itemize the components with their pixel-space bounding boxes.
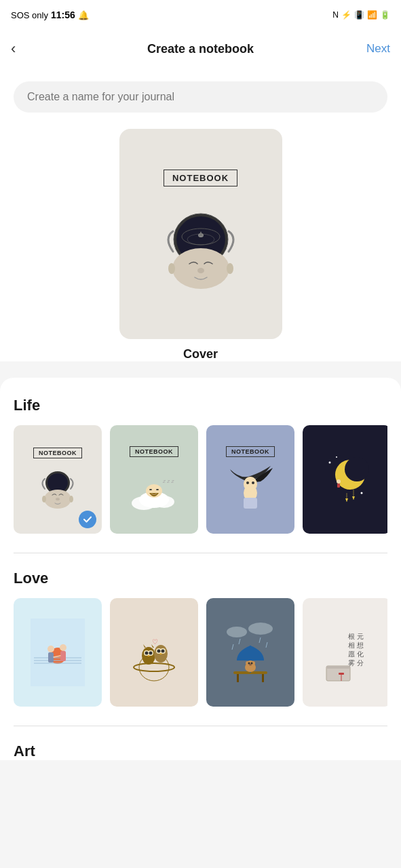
svg-rect-46: [48, 652, 54, 663]
svg-point-56: [145, 652, 149, 655]
svg-point-65: [161, 650, 165, 653]
thumb-notebook-label-2: NOTEBOOK: [130, 446, 178, 457]
status-right: N ⚡ 📳 📶 🔋: [332, 10, 390, 20]
svg-point-7: [197, 268, 204, 273]
svg-text:根: 根: [348, 633, 355, 640]
category-label-love: Love: [14, 570, 387, 587]
svg-text:分: 分: [357, 659, 364, 667]
checkmark-icon: [82, 514, 93, 525]
windy-girl-illustration: [227, 462, 274, 513]
love-covers-grid: ♡: [14, 598, 387, 707]
svg-text:愿: 愿: [348, 650, 355, 658]
svg-rect-72: [237, 674, 239, 682]
wifi-icon: 📶: [367, 10, 377, 20]
category-label-art: Art: [14, 743, 387, 760]
svg-rect-96: [326, 666, 350, 669]
svg-point-64: [157, 650, 161, 653]
svg-point-26: [252, 481, 254, 484]
cover-label: Cover: [183, 347, 218, 361]
svg-point-24: [244, 477, 257, 492]
svg-point-8: [168, 263, 175, 274]
cover-thumb-life-2[interactable]: NOTEBOOK z z z: [110, 425, 198, 534]
owls-illustration: ♡: [127, 618, 181, 686]
svg-text:化: 化: [357, 650, 364, 658]
svg-point-14: [42, 496, 46, 502]
cover-thumb-love-3[interactable]: [206, 598, 294, 707]
notebook-label: NOTEBOOK: [164, 170, 237, 186]
thumb-notebook-label-3: NOTEBOOK: [226, 446, 275, 457]
cover-thumb-love-4[interactable]: 元 想 化 分 根 相 愿 雾: [303, 598, 387, 707]
svg-text:想: 想: [356, 642, 364, 649]
svg-point-13: [56, 498, 60, 500]
art-divider: [14, 726, 387, 726]
svg-rect-73: [262, 674, 264, 682]
moon-illustration: [320, 449, 374, 510]
svg-rect-48: [60, 651, 66, 661]
name-input-wrapper[interactable]: [14, 81, 387, 113]
umbrella-bear-illustration: [223, 618, 278, 686]
sleeping-illustration: z z z: [130, 462, 178, 513]
svg-point-30: [345, 457, 369, 481]
cover-thumb-life-3[interactable]: NOTEBOOK: [206, 425, 294, 534]
thumb-notebook-label: NOTEBOOK: [33, 448, 82, 458]
svg-point-11: [47, 473, 68, 492]
svg-point-81: [249, 664, 252, 666]
svg-rect-27: [244, 498, 257, 509]
svg-point-57: [149, 652, 153, 655]
selected-check: [79, 511, 96, 528]
status-bar: SOS only 11:56 🔔 N ⚡ 📳 📶 🔋: [0, 0, 401, 30]
journal-name-input[interactable]: [27, 91, 374, 103]
cover-thumb-love-2[interactable]: ♡: [110, 598, 198, 707]
svg-rect-35: [337, 484, 340, 488]
category-label-life: Life: [14, 397, 387, 414]
main-content: NOTEBOOK: [0, 68, 401, 361]
svg-text:雾: 雾: [348, 659, 355, 667]
top-nav: ‹ Create a notebook Next: [0, 30, 401, 68]
bell-icon: 🔔: [78, 10, 89, 20]
categories-section: Life NOTEBOOK: [0, 378, 401, 760]
svg-point-33: [361, 492, 363, 494]
cover-thumb-life-4[interactable]: [303, 425, 387, 534]
svg-point-34: [337, 479, 341, 484]
next-button[interactable]: Next: [366, 42, 390, 56]
status-time: 11:56: [51, 9, 75, 20]
chinese-text-illustration: 元 想 化 分 根 相 愿 雾: [320, 618, 374, 686]
cover-thumb-life-1[interactable]: NOTEBOOK: [14, 425, 102, 534]
back-button[interactable]: ‹: [11, 40, 16, 58]
nfc-icon: N: [332, 10, 339, 20]
svg-text:♡: ♡: [152, 638, 158, 646]
svg-text:相: 相: [348, 642, 355, 649]
svg-point-20: [149, 489, 152, 490]
vibrate-icon: 📳: [354, 10, 364, 20]
life-covers-grid: NOTEBOOK: [14, 425, 387, 534]
svg-text:z z z: z z z: [162, 478, 174, 484]
status-left: SOS only 11:56 🔔: [11, 9, 89, 20]
cover-thumb-love-1[interactable]: [14, 598, 102, 707]
couple-sunset-illustration: [31, 618, 85, 686]
svg-point-47: [60, 644, 66, 651]
cover-preview-container: NOTEBOOK: [14, 129, 387, 361]
cup-face-illustration: [157, 197, 245, 299]
svg-point-31: [329, 462, 331, 464]
svg-point-69: [227, 627, 247, 637]
love-divider: [14, 553, 387, 553]
svg-text:元: 元: [357, 633, 364, 640]
svg-point-15: [69, 496, 73, 502]
svg-point-21: [156, 489, 159, 490]
carrier-text: SOS only: [11, 10, 48, 20]
cover-preview: NOTEBOOK: [119, 129, 282, 339]
svg-point-32: [336, 456, 337, 458]
life-1-illustration: [37, 464, 78, 511]
bluetooth-icon: ⚡: [341, 10, 351, 20]
svg-point-45: [47, 646, 54, 652]
battery-icon: 🔋: [380, 10, 390, 20]
svg-point-9: [227, 263, 233, 274]
page-title: Create a notebook: [147, 42, 254, 56]
svg-point-25: [246, 481, 249, 484]
svg-point-70: [248, 623, 273, 635]
